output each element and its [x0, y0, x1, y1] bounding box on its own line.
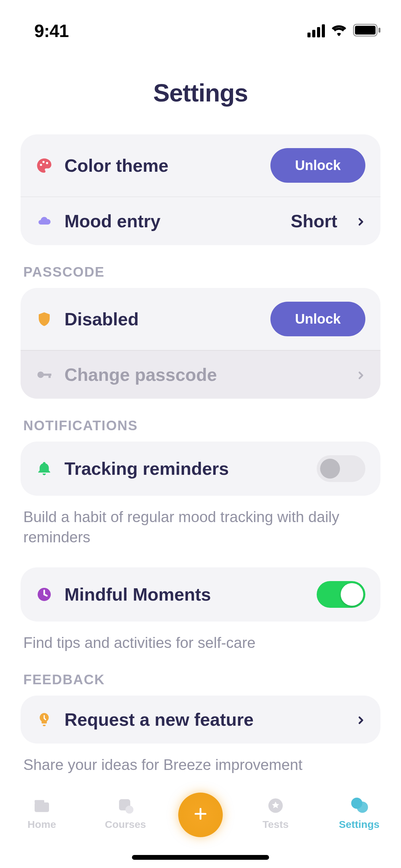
status-time: 9:41: [34, 21, 69, 41]
svg-point-4: [40, 164, 42, 166]
clock-icon: [36, 586, 53, 603]
chevron-right-icon: [355, 370, 365, 380]
mindful-moments-hint: Find tips and activities for self-care: [23, 632, 378, 653]
feedback-card: Request a new feature: [21, 696, 380, 744]
key-icon: [36, 366, 53, 383]
chevron-right-icon: [355, 714, 365, 725]
home-indicator[interactable]: [132, 855, 269, 860]
tracking-reminders-toggle[interactable]: [317, 455, 365, 482]
unlock-color-theme-button[interactable]: Unlock: [270, 148, 365, 183]
feedback-section-header: FEEDBACK: [23, 672, 380, 687]
page-title: Settings: [21, 79, 380, 107]
wifi-icon: [331, 24, 347, 38]
row-passcode-status[interactable]: Disabled Unlock: [21, 288, 380, 350]
svg-rect-12: [35, 800, 44, 803]
tests-icon: [266, 796, 285, 815]
svg-point-0: [338, 33, 340, 36]
row-mindful-moments[interactable]: Mindful Moments: [21, 567, 380, 622]
tab-home-label: Home: [27, 819, 56, 830]
plus-icon: [192, 802, 209, 828]
courses-icon: [116, 796, 135, 815]
svg-point-14: [125, 806, 133, 813]
tracking-reminders-hint: Build a habit of regular mood tracking w…: [23, 507, 378, 547]
row-mood-entry[interactable]: Mood entry Short: [21, 196, 380, 245]
home-icon: [32, 796, 51, 815]
battery-icon: [353, 24, 380, 38]
change-passcode-label: Change passcode: [64, 364, 343, 385]
svg-rect-2: [355, 26, 376, 35]
color-theme-label: Color theme: [64, 155, 259, 176]
tracking-reminders-label: Tracking reminders: [64, 458, 305, 479]
palette-icon: [36, 157, 53, 174]
tracking-reminders-card: Tracking reminders: [21, 442, 380, 496]
passcode-status-label: Disabled: [64, 309, 259, 329]
mindful-moments-label: Mindful Moments: [64, 584, 305, 605]
mindful-moments-toggle[interactable]: [317, 581, 365, 608]
svg-rect-11: [35, 803, 49, 812]
request-feature-label: Request a new feature: [64, 709, 343, 730]
passcode-section-header: PASSCODE: [23, 264, 380, 280]
lightbulb-icon: [36, 711, 53, 728]
row-request-feature[interactable]: Request a new feature: [21, 696, 380, 744]
status-indicators: [307, 24, 380, 38]
svg-point-17: [357, 801, 368, 813]
bell-icon: [36, 460, 53, 477]
tab-courses-label: Courses: [105, 819, 146, 830]
request-feature-hint: Share your ideas for Breeze improvement: [23, 755, 378, 775]
mood-entry-label: Mood entry: [64, 211, 279, 231]
tab-tests-label: Tests: [263, 819, 289, 830]
row-color-theme[interactable]: Color theme Unlock: [21, 134, 380, 196]
svg-point-5: [42, 161, 45, 163]
settings-icon: [350, 796, 369, 815]
unlock-passcode-button[interactable]: Unlock: [270, 302, 365, 336]
svg-rect-9: [49, 374, 51, 378]
svg-rect-3: [378, 28, 380, 33]
tab-courses[interactable]: Courses: [95, 796, 156, 830]
fab-add[interactable]: [178, 793, 223, 837]
appearance-card: Color theme Unlock Mood entry Short: [21, 134, 380, 245]
row-tracking-reminders[interactable]: Tracking reminders: [21, 442, 380, 496]
chevron-right-icon: [355, 216, 365, 226]
tab-settings[interactable]: Settings: [328, 796, 390, 830]
row-change-passcode: Change passcode: [21, 350, 380, 399]
cloud-icon: [36, 213, 53, 230]
passcode-card: Disabled Unlock Change passcode: [21, 288, 380, 399]
tab-tests[interactable]: Tests: [245, 796, 306, 830]
cellular-signal-icon: [307, 24, 325, 37]
notifications-section-header: NOTIFICATIONS: [23, 418, 380, 433]
tab-settings-label: Settings: [339, 819, 379, 830]
mindful-moments-card: Mindful Moments: [21, 567, 380, 622]
tab-home[interactable]: Home: [11, 796, 73, 830]
mood-entry-value: Short: [291, 211, 337, 231]
status-bar: 9:41: [0, 0, 401, 48]
svg-point-6: [46, 162, 48, 164]
shield-icon: [36, 311, 53, 328]
